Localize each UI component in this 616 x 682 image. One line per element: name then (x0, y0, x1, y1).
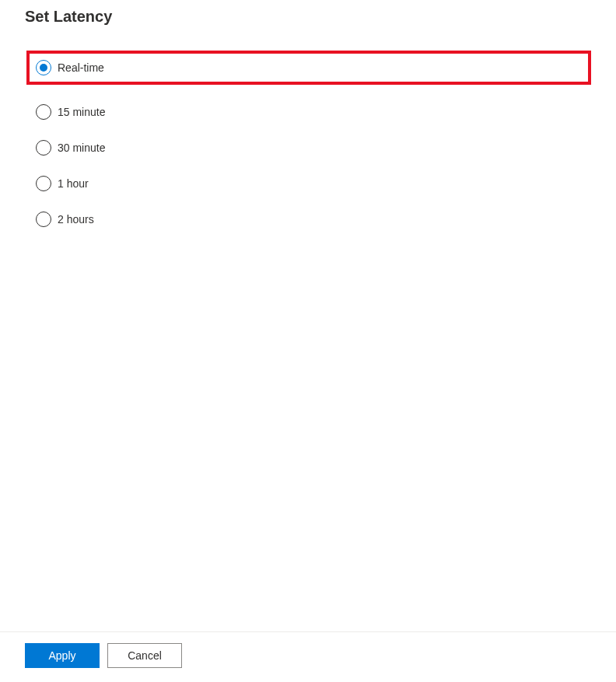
panel-footer: Apply Cancel (0, 631, 616, 682)
radio-icon (36, 60, 51, 75)
radio-icon (36, 176, 51, 191)
cancel-button[interactable]: Cancel (107, 643, 182, 668)
radio-option-15-minute[interactable]: 15 minute (25, 94, 591, 130)
radio-label: Real-time (58, 61, 104, 74)
radio-label: 2 hours (58, 213, 94, 226)
set-latency-panel: Set Latency Real-time 15 minute (0, 0, 616, 682)
panel-content: Real-time 15 minute 30 minute 1 hou (0, 32, 616, 631)
radio-option-30-minute[interactable]: 30 minute (25, 130, 591, 166)
radio-label: 15 minute (58, 106, 105, 118)
panel-header: Set Latency (0, 0, 616, 32)
radio-option-realtime[interactable]: Real-time (36, 60, 566, 75)
radio-label: 1 hour (58, 177, 89, 190)
radio-dot-icon (40, 64, 47, 72)
radio-icon (36, 104, 51, 120)
radio-option-1-hour[interactable]: 1 hour (25, 166, 591, 201)
panel-title: Set Latency (25, 8, 591, 26)
apply-button[interactable]: Apply (25, 643, 100, 668)
radio-icon (36, 212, 51, 227)
latency-radio-group: Real-time 15 minute 30 minute 1 hou (25, 51, 591, 237)
radio-option-realtime-highlight: Real-time (26, 51, 591, 85)
radio-icon (36, 140, 51, 156)
radio-label: 30 minute (58, 142, 105, 154)
radio-option-2-hours[interactable]: 2 hours (25, 201, 591, 237)
